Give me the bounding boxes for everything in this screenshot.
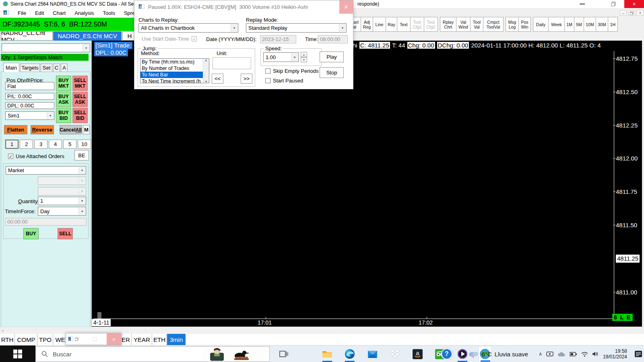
toolbar-30m[interactable]: 30M [596, 17, 608, 32]
tab-rth[interactable]: RTH [0, 334, 15, 345]
maximize-button[interactable] [93, 337, 97, 341]
toolbar-position-window[interactable]: Pos Win [518, 17, 531, 32]
buy-ask-button[interactable]: BUYASK [56, 92, 71, 107]
onedrive-icon[interactable] [557, 352, 566, 357]
tif-combo[interactable]: Day ▼ [38, 207, 86, 216]
toolbar-compact-toolvalues[interactable]: Cmpct ToolVal [483, 17, 504, 32]
flatten-button[interactable]: Flatten [4, 125, 27, 134]
toolbar-week[interactable]: Week [548, 17, 565, 32]
account-combo[interactable]: Sim1 ▼ [5, 111, 54, 120]
toolbar-message-log[interactable]: Msg Log [506, 17, 519, 32]
tab-comp[interactable]: COMP [15, 334, 37, 345]
menu-chart[interactable]: Chart [53, 10, 66, 16]
tab-tpo[interactable]: TPO [38, 334, 53, 345]
chevron-down-icon[interactable]: ▼ [47, 112, 54, 119]
toolbar-tool-values[interactable]: Tool Val [470, 17, 483, 32]
buy-button[interactable]: BUY [23, 228, 39, 239]
sell-market-button[interactable]: SELLMKT [72, 76, 88, 91]
search-box[interactable]: Buscar [35, 346, 270, 362]
toolbar-text[interactable]: Text [397, 17, 411, 32]
speed-combo[interactable]: 1.00 ▼ [263, 52, 299, 62]
volume-icon[interactable] [592, 351, 599, 357]
file-explorer-icon[interactable] [320, 346, 334, 362]
wifi-icon[interactable] [581, 352, 588, 357]
chevron-down-icon[interactable]: ▼ [78, 197, 85, 204]
dialog-titlebar[interactable]: Paused 1.00X: ESH24-CME [CBV][M] 3000 Vo… [134, 0, 353, 14]
quantity-combo[interactable]: 1 ▼ [38, 197, 86, 205]
menu-file[interactable]: File [18, 10, 26, 16]
unit-field[interactable] [213, 57, 251, 69]
speed-spin-down[interactable]: ▼ [301, 57, 307, 62]
scroll-down-icon[interactable]: ▼ [205, 80, 208, 83]
m-button[interactable]: M [83, 125, 90, 134]
task-view-icon[interactable] [277, 346, 291, 362]
list-item[interactable]: To Next Time Increment (h [140, 78, 209, 83]
sell-button[interactable]: SELL [58, 228, 73, 239]
collapsed-window[interactable]: × [66, 333, 122, 345]
chevron-down-icon[interactable]: ▼ [83, 44, 89, 51]
listbox-scrollbar[interactable]: ▲ ▼ [203, 59, 209, 83]
list-item[interactable]: By Number of Trades [140, 65, 209, 72]
chevron-down-icon[interactable]: ▼ [339, 24, 346, 32]
restore-icon[interactable] [75, 335, 79, 343]
tab-set[interactable]: Set [41, 64, 52, 72]
qty-preset-1[interactable]: 1 [5, 140, 19, 149]
jump-method-listbox[interactable]: By Time (hh:mm:ss.ms) By Number of Trade… [140, 58, 209, 83]
tray-chevron-icon[interactable]: ∧ [539, 351, 542, 357]
start-button[interactable] [0, 346, 35, 362]
toolbar-line[interactable]: Line [373, 17, 386, 32]
play-button[interactable]: Play [320, 51, 344, 62]
toolbar-adjust-region[interactable]: Adj Reg [361, 17, 373, 32]
dropbox-icon[interactable] [388, 346, 402, 362]
order-type-combo[interactable]: Market ▼ [6, 166, 86, 175]
tab-targets[interactable]: Targets [20, 64, 40, 72]
buy-bid-button[interactable]: BUYBID [56, 108, 71, 123]
toolbar-1h[interactable]: 1H [608, 17, 618, 32]
minimize-button[interactable] [580, 4, 585, 4]
toolbar-1m[interactable]: 1M [564, 17, 574, 32]
qty-preset-10[interactable]: 10 [78, 140, 91, 149]
skip-empty-periods-checkbox[interactable]: Skip Empty Periods [265, 68, 318, 74]
tab-c[interactable]: C [53, 64, 60, 72]
dialog-close-button[interactable]: × [339, 0, 353, 14]
toolbar-5m[interactable]: 5M [574, 17, 584, 32]
toolbar-10m[interactable]: 10M [584, 17, 596, 32]
tab-year[interactable]: YEAR [132, 334, 152, 345]
amazon-icon[interactable]: a [411, 346, 424, 362]
tab-3min[interactable]: 3min [167, 334, 186, 345]
list-item-selected[interactable]: To Next Bar [140, 72, 209, 78]
toolbar-daily[interactable]: Daily [533, 17, 549, 32]
qty-preset-2[interactable]: 2 [20, 140, 33, 149]
help-icon[interactable]: ? [441, 348, 452, 360]
symbol-combo[interactable]: ▼ [2, 43, 90, 52]
close-button[interactable]: × [624, 0, 644, 8]
stop-button[interactable]: Stop [320, 67, 344, 78]
menu-edit[interactable]: Edit [35, 10, 44, 16]
menu-tools[interactable]: Tools [103, 10, 115, 16]
cast-icon[interactable] [546, 351, 553, 357]
scroll-left-arrow[interactable]: ‹ [2, 327, 4, 333]
mail-icon[interactable] [365, 346, 379, 362]
list-item[interactable]: By Time (hh:mm:ss.ms) [140, 59, 209, 65]
tab-nadro-es[interactable]: NADRO_ES.Cht MCV [53, 31, 122, 41]
tab-a[interactable]: A [61, 64, 68, 72]
replay-mode-combo[interactable]: Standard Replay ▼ [246, 23, 347, 33]
jump-forward-button[interactable]: >> [241, 74, 252, 84]
doodle-image[interactable] [203, 347, 269, 361]
mdi-minimize-button[interactable]: – [620, 10, 627, 16]
reverse-button[interactable]: Reverse [31, 125, 54, 134]
chevron-down-icon[interactable]: ▼ [231, 24, 237, 32]
restore-button[interactable] [611, 2, 616, 8]
tab-quarter-clipped[interactable]: ER [120, 334, 132, 345]
use-attached-orders-checkbox[interactable]: ✓ Use Attached Orders [8, 153, 64, 159]
checkbox-icon[interactable] [265, 68, 270, 74]
edge-icon[interactable] [343, 346, 357, 362]
weather-widget[interactable]: 6°C Lluvia suave [468, 350, 528, 358]
notification-center-icon[interactable] [634, 350, 642, 358]
toolbar-ray[interactable]: Ray [386, 17, 397, 32]
tab-eth[interactable]: ETH [153, 334, 167, 345]
mdi-close-button[interactable]: × [637, 10, 644, 16]
toolbar-replay-chart[interactable]: Rplay Chrt [440, 17, 456, 32]
tab-week-clipped[interactable]: WE [54, 334, 67, 345]
mini-close-button[interactable]: × [107, 333, 121, 345]
